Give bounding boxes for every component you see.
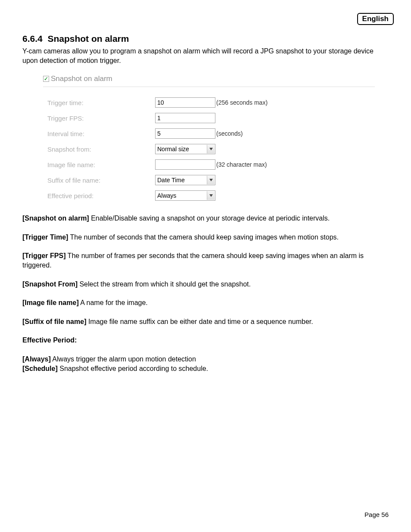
snapshot-from-value: Normal size xyxy=(157,146,189,152)
row-interval-time: Interval time: (seconds) xyxy=(43,128,375,139)
snapshot-from-select[interactable]: Normal size xyxy=(155,144,215,154)
suffix-file-name-select[interactable]: Date Time xyxy=(155,175,215,185)
row-trigger-fps: Trigger FPS: xyxy=(43,113,375,123)
section-number: 6.6.4 xyxy=(22,34,43,44)
section-title-text: Snapshot on alarm xyxy=(47,34,129,44)
row-image-file-name: Image file name: (32 character max) xyxy=(43,159,375,170)
def-snapshot-from: [Snapshot From] Select the stream from w… xyxy=(22,280,389,289)
definitions-block: [Snapshot on alarm] Enable/Disable savin… xyxy=(22,214,389,373)
label-snapshot-from: Snapshot from: xyxy=(47,146,155,153)
suffix-trigger-time: (256 seconds max) xyxy=(216,99,268,106)
panel-title: Snapshot on alarm xyxy=(51,75,112,83)
language-badge: English xyxy=(357,13,394,25)
trigger-fps-input[interactable] xyxy=(155,113,215,123)
interval-time-input[interactable] xyxy=(155,128,215,139)
dropdown-icon xyxy=(207,145,215,153)
trigger-time-input[interactable] xyxy=(155,97,215,108)
effective-period-heading: Effective Period: xyxy=(22,336,389,345)
panel-header: ✓ Snapshot on alarm xyxy=(43,73,375,87)
dropdown-icon xyxy=(207,176,215,184)
def-snapshot-on-alarm: [Snapshot on alarm] Enable/Disable savin… xyxy=(22,214,389,223)
effective-period-value: Always xyxy=(157,192,176,199)
label-effective-period: Effective period: xyxy=(47,192,155,199)
label-trigger-time: Trigger time: xyxy=(47,99,155,106)
def-image-file-name: [Image file name] A name for the image. xyxy=(22,298,389,308)
label-suffix-file-name: Suffix of file name: xyxy=(47,177,155,184)
label-image-file-name: Image file name: xyxy=(47,161,155,168)
snapshot-enable-checkbox[interactable]: ✓ xyxy=(43,76,49,82)
suffix-image-file-name: (32 character max) xyxy=(216,161,267,168)
image-file-name-input[interactable] xyxy=(155,159,215,170)
row-suffix-file-name: Suffix of file name: Date Time xyxy=(43,175,375,185)
def-schedule: [Schedule] Snapshot effective period acc… xyxy=(22,364,389,373)
def-always: [Always] Always trigger the alarm upon m… xyxy=(22,355,389,364)
label-interval-time: Interval time: xyxy=(47,130,155,137)
section-heading: 6.6.4 Snapshot on alarm xyxy=(22,34,389,44)
def-suffix-file-name: [Suffix of file name] Image file name su… xyxy=(22,317,389,327)
row-effective-period: Effective period: Always xyxy=(43,190,375,201)
page-number: Page 56 xyxy=(364,511,389,518)
row-snapshot-from: Snapshot from: Normal size xyxy=(43,144,375,154)
snapshot-settings-panel: ✓ Snapshot on alarm Trigger time: (256 s… xyxy=(43,73,375,201)
label-trigger-fps: Trigger FPS: xyxy=(47,115,155,122)
suffix-interval-time: (seconds) xyxy=(216,130,243,137)
row-trigger-time: Trigger time: (256 seconds max) xyxy=(43,97,375,108)
effective-period-select[interactable]: Always xyxy=(155,190,215,201)
def-trigger-fps: [Trigger FPS] The number of frames per s… xyxy=(22,251,389,270)
intro-paragraph: Y-cam cameras allow you to program a sna… xyxy=(22,47,389,65)
suffix-file-name-value: Date Time xyxy=(157,177,185,184)
def-trigger-time: [Trigger Time] The number of seconds tha… xyxy=(22,233,389,242)
dropdown-icon xyxy=(207,191,215,200)
